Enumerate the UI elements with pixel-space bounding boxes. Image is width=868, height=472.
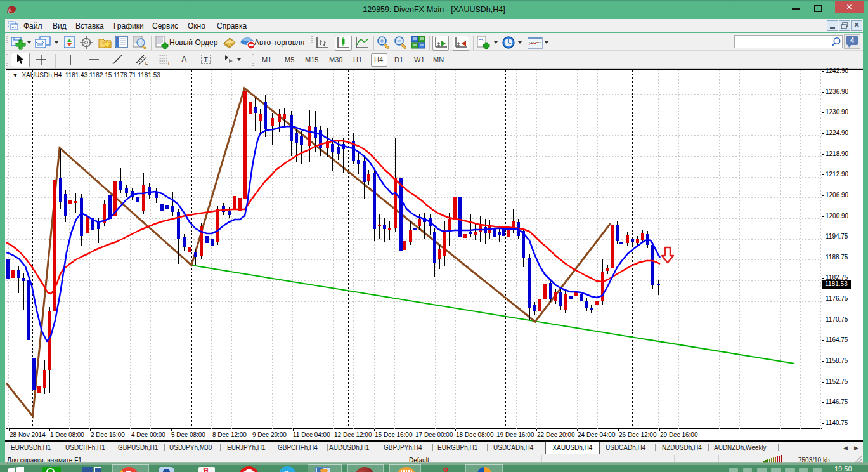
svg-text:E: E	[145, 61, 148, 65]
svg-text:fx: fx	[8, 8, 12, 13]
svg-text:F: F	[168, 61, 171, 65]
